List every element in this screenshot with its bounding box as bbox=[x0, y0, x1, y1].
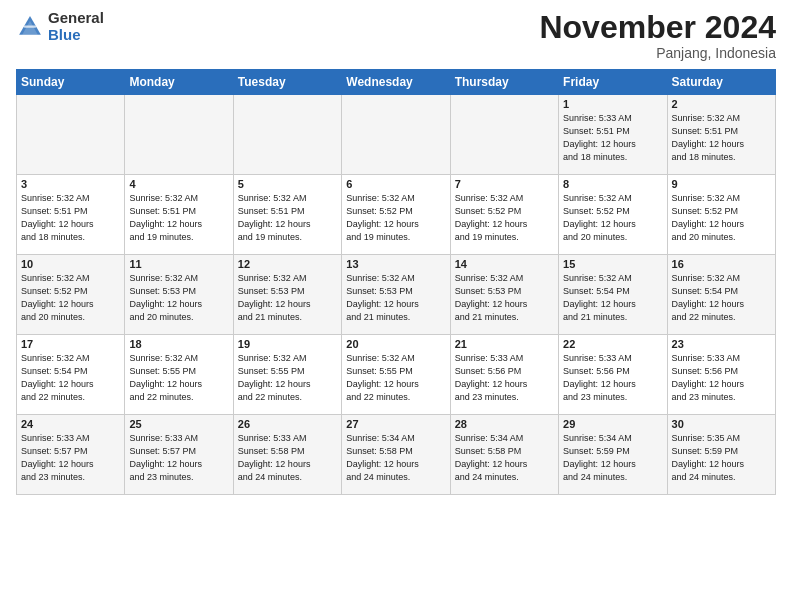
day-number: 8 bbox=[563, 178, 662, 190]
calendar-cell: 1Sunrise: 5:33 AMSunset: 5:51 PMDaylight… bbox=[559, 95, 667, 175]
week-row-3: 10Sunrise: 5:32 AMSunset: 5:52 PMDayligh… bbox=[17, 255, 776, 335]
day-info: Sunrise: 5:32 AMSunset: 5:51 PMDaylight:… bbox=[21, 192, 120, 244]
logo-text: General Blue bbox=[48, 10, 104, 43]
week-row-1: 1Sunrise: 5:33 AMSunset: 5:51 PMDaylight… bbox=[17, 95, 776, 175]
day-number: 5 bbox=[238, 178, 337, 190]
day-info: Sunrise: 5:32 AMSunset: 5:54 PMDaylight:… bbox=[21, 352, 120, 404]
day-number: 21 bbox=[455, 338, 554, 350]
day-number: 15 bbox=[563, 258, 662, 270]
week-row-5: 24Sunrise: 5:33 AMSunset: 5:57 PMDayligh… bbox=[17, 415, 776, 495]
calendar-cell: 19Sunrise: 5:32 AMSunset: 5:55 PMDayligh… bbox=[233, 335, 341, 415]
weekday-header-tuesday: Tuesday bbox=[233, 70, 341, 95]
day-number: 7 bbox=[455, 178, 554, 190]
calendar-cell: 5Sunrise: 5:32 AMSunset: 5:51 PMDaylight… bbox=[233, 175, 341, 255]
day-number: 2 bbox=[672, 98, 771, 110]
day-info: Sunrise: 5:32 AMSunset: 5:54 PMDaylight:… bbox=[563, 272, 662, 324]
day-number: 4 bbox=[129, 178, 228, 190]
day-number: 27 bbox=[346, 418, 445, 430]
day-info: Sunrise: 5:34 AMSunset: 5:59 PMDaylight:… bbox=[563, 432, 662, 484]
day-info: Sunrise: 5:33 AMSunset: 5:51 PMDaylight:… bbox=[563, 112, 662, 164]
calendar-cell: 28Sunrise: 5:34 AMSunset: 5:58 PMDayligh… bbox=[450, 415, 558, 495]
calendar-cell: 11Sunrise: 5:32 AMSunset: 5:53 PMDayligh… bbox=[125, 255, 233, 335]
calendar-cell bbox=[17, 95, 125, 175]
calendar-cell: 7Sunrise: 5:32 AMSunset: 5:52 PMDaylight… bbox=[450, 175, 558, 255]
calendar-cell: 2Sunrise: 5:32 AMSunset: 5:51 PMDaylight… bbox=[667, 95, 775, 175]
day-number: 25 bbox=[129, 418, 228, 430]
calendar-cell: 13Sunrise: 5:32 AMSunset: 5:53 PMDayligh… bbox=[342, 255, 450, 335]
calendar-page: General Blue November 2024 Panjang, Indo… bbox=[0, 0, 792, 612]
calendar-cell: 29Sunrise: 5:34 AMSunset: 5:59 PMDayligh… bbox=[559, 415, 667, 495]
day-number: 11 bbox=[129, 258, 228, 270]
calendar-cell: 22Sunrise: 5:33 AMSunset: 5:56 PMDayligh… bbox=[559, 335, 667, 415]
calendar-cell: 23Sunrise: 5:33 AMSunset: 5:56 PMDayligh… bbox=[667, 335, 775, 415]
day-number: 29 bbox=[563, 418, 662, 430]
day-number: 1 bbox=[563, 98, 662, 110]
calendar-cell: 27Sunrise: 5:34 AMSunset: 5:58 PMDayligh… bbox=[342, 415, 450, 495]
day-number: 16 bbox=[672, 258, 771, 270]
day-info: Sunrise: 5:32 AMSunset: 5:55 PMDaylight:… bbox=[346, 352, 445, 404]
day-number: 26 bbox=[238, 418, 337, 430]
day-info: Sunrise: 5:33 AMSunset: 5:56 PMDaylight:… bbox=[672, 352, 771, 404]
day-number: 10 bbox=[21, 258, 120, 270]
calendar-cell: 20Sunrise: 5:32 AMSunset: 5:55 PMDayligh… bbox=[342, 335, 450, 415]
calendar-cell bbox=[125, 95, 233, 175]
day-number: 3 bbox=[21, 178, 120, 190]
day-info: Sunrise: 5:32 AMSunset: 5:51 PMDaylight:… bbox=[238, 192, 337, 244]
logo-blue: Blue bbox=[48, 26, 81, 43]
logo: General Blue bbox=[16, 10, 104, 43]
weekday-header-row: SundayMondayTuesdayWednesdayThursdayFrid… bbox=[17, 70, 776, 95]
week-row-2: 3Sunrise: 5:32 AMSunset: 5:51 PMDaylight… bbox=[17, 175, 776, 255]
day-info: Sunrise: 5:34 AMSunset: 5:58 PMDaylight:… bbox=[455, 432, 554, 484]
title-block: November 2024 Panjang, Indonesia bbox=[539, 10, 776, 61]
header: General Blue November 2024 Panjang, Indo… bbox=[16, 10, 776, 61]
weekday-header-thursday: Thursday bbox=[450, 70, 558, 95]
calendar-cell: 25Sunrise: 5:33 AMSunset: 5:57 PMDayligh… bbox=[125, 415, 233, 495]
calendar-cell: 3Sunrise: 5:32 AMSunset: 5:51 PMDaylight… bbox=[17, 175, 125, 255]
day-number: 9 bbox=[672, 178, 771, 190]
day-info: Sunrise: 5:32 AMSunset: 5:55 PMDaylight:… bbox=[129, 352, 228, 404]
day-info: Sunrise: 5:32 AMSunset: 5:51 PMDaylight:… bbox=[672, 112, 771, 164]
calendar-cell bbox=[450, 95, 558, 175]
calendar-cell: 10Sunrise: 5:32 AMSunset: 5:52 PMDayligh… bbox=[17, 255, 125, 335]
day-info: Sunrise: 5:35 AMSunset: 5:59 PMDaylight:… bbox=[672, 432, 771, 484]
location-subtitle: Panjang, Indonesia bbox=[539, 45, 776, 61]
calendar-cell bbox=[342, 95, 450, 175]
day-number: 22 bbox=[563, 338, 662, 350]
day-number: 18 bbox=[129, 338, 228, 350]
calendar-table: SundayMondayTuesdayWednesdayThursdayFrid… bbox=[16, 69, 776, 495]
day-info: Sunrise: 5:33 AMSunset: 5:57 PMDaylight:… bbox=[21, 432, 120, 484]
day-info: Sunrise: 5:32 AMSunset: 5:53 PMDaylight:… bbox=[129, 272, 228, 324]
calendar-cell: 8Sunrise: 5:32 AMSunset: 5:52 PMDaylight… bbox=[559, 175, 667, 255]
calendar-cell: 16Sunrise: 5:32 AMSunset: 5:54 PMDayligh… bbox=[667, 255, 775, 335]
day-info: Sunrise: 5:32 AMSunset: 5:52 PMDaylight:… bbox=[455, 192, 554, 244]
day-info: Sunrise: 5:33 AMSunset: 5:57 PMDaylight:… bbox=[129, 432, 228, 484]
calendar-cell: 9Sunrise: 5:32 AMSunset: 5:52 PMDaylight… bbox=[667, 175, 775, 255]
calendar-cell: 14Sunrise: 5:32 AMSunset: 5:53 PMDayligh… bbox=[450, 255, 558, 335]
weekday-header-sunday: Sunday bbox=[17, 70, 125, 95]
calendar-cell: 15Sunrise: 5:32 AMSunset: 5:54 PMDayligh… bbox=[559, 255, 667, 335]
day-info: Sunrise: 5:32 AMSunset: 5:52 PMDaylight:… bbox=[672, 192, 771, 244]
day-number: 20 bbox=[346, 338, 445, 350]
logo-icon bbox=[16, 13, 44, 41]
day-info: Sunrise: 5:32 AMSunset: 5:53 PMDaylight:… bbox=[238, 272, 337, 324]
calendar-cell bbox=[233, 95, 341, 175]
calendar-cell: 26Sunrise: 5:33 AMSunset: 5:58 PMDayligh… bbox=[233, 415, 341, 495]
day-info: Sunrise: 5:33 AMSunset: 5:56 PMDaylight:… bbox=[455, 352, 554, 404]
calendar-cell: 18Sunrise: 5:32 AMSunset: 5:55 PMDayligh… bbox=[125, 335, 233, 415]
day-number: 13 bbox=[346, 258, 445, 270]
calendar-cell: 24Sunrise: 5:33 AMSunset: 5:57 PMDayligh… bbox=[17, 415, 125, 495]
day-number: 28 bbox=[455, 418, 554, 430]
day-info: Sunrise: 5:32 AMSunset: 5:54 PMDaylight:… bbox=[672, 272, 771, 324]
day-info: Sunrise: 5:32 AMSunset: 5:51 PMDaylight:… bbox=[129, 192, 228, 244]
day-info: Sunrise: 5:32 AMSunset: 5:52 PMDaylight:… bbox=[346, 192, 445, 244]
weekday-header-monday: Monday bbox=[125, 70, 233, 95]
calendar-cell: 12Sunrise: 5:32 AMSunset: 5:53 PMDayligh… bbox=[233, 255, 341, 335]
calendar-cell: 4Sunrise: 5:32 AMSunset: 5:51 PMDaylight… bbox=[125, 175, 233, 255]
svg-rect-2 bbox=[24, 25, 36, 27]
day-info: Sunrise: 5:32 AMSunset: 5:52 PMDaylight:… bbox=[21, 272, 120, 324]
calendar-cell: 6Sunrise: 5:32 AMSunset: 5:52 PMDaylight… bbox=[342, 175, 450, 255]
day-info: Sunrise: 5:33 AMSunset: 5:56 PMDaylight:… bbox=[563, 352, 662, 404]
day-info: Sunrise: 5:32 AMSunset: 5:53 PMDaylight:… bbox=[346, 272, 445, 324]
day-info: Sunrise: 5:32 AMSunset: 5:52 PMDaylight:… bbox=[563, 192, 662, 244]
day-number: 24 bbox=[21, 418, 120, 430]
